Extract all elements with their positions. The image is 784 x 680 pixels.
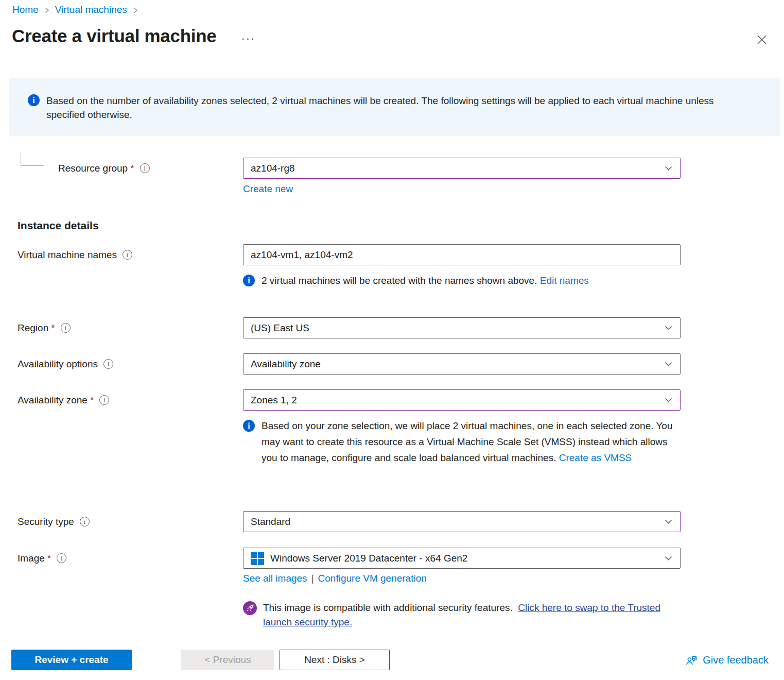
region-dropdown[interactable]: (US) East US <box>243 317 681 338</box>
region-row: Region * i (US) East US <box>18 317 772 338</box>
configure-vm-generation-link[interactable]: Configure VM generation <box>318 573 427 584</box>
availability-zone-label: Availability zone <box>18 395 88 406</box>
availability-zone-label-cell: Availability zone * i <box>18 389 243 411</box>
chevron-down-icon <box>664 324 673 332</box>
chevron-down-icon <box>664 517 673 526</box>
required-marker: * <box>51 322 55 334</box>
image-row: Image * i Windows Server 2019 Datacenter… <box>18 548 772 630</box>
info-icon[interactable]: i <box>57 553 66 563</box>
availability-zone-note: i Based on your zone selection, we will … <box>243 418 681 466</box>
info-icon[interactable]: i <box>140 163 150 173</box>
resource-group-label: Resource group <box>58 163 128 174</box>
info-glyph: i <box>144 164 146 173</box>
create-new-link[interactable]: Create new <box>243 183 293 195</box>
availability-zone-row: Availability zone * i Zones 1, 2 i Based… <box>18 389 772 466</box>
availability-options-row: Availability options i Availability zone <box>18 353 772 375</box>
resource-group-row: Resource group * i az104-rg8 Create new <box>18 158 772 195</box>
feedback-icon <box>686 655 698 667</box>
vm-names-note-text: 2 virtual machines will be created with … <box>262 274 589 287</box>
info-banner: i Based on the number of availability zo… <box>9 78 780 136</box>
availability-zone-value: Zones 1, 2 <box>251 395 658 406</box>
availability-options-label: Availability options <box>18 359 98 370</box>
info-icon[interactable]: i <box>103 359 113 369</box>
breadcrumb: Home Virtual machines <box>12 4 144 15</box>
rocket-icon <box>243 601 257 619</box>
info-glyph: i <box>61 554 63 563</box>
region-label-cell: Region * i <box>18 317 243 338</box>
info-glyph: i <box>108 360 110 368</box>
region-control-cell: (US) East US <box>243 317 681 338</box>
see-all-images-link[interactable]: See all images <box>243 573 307 584</box>
next-disks-button[interactable]: Next : Disks > <box>280 650 390 670</box>
security-type-label: Security type <box>18 516 74 528</box>
breadcrumb-virtual-machines[interactable]: Virtual machines <box>55 4 127 15</box>
info-glyph: i <box>127 251 129 259</box>
image-label-cell: Image * i <box>18 548 243 569</box>
availability-options-value: Availability zone <box>251 359 658 370</box>
image-security-note-text: This image is compatible with additional… <box>263 601 680 630</box>
chevron-down-icon <box>664 164 673 173</box>
security-type-value: Standard <box>251 516 658 528</box>
resource-group-dropdown[interactable]: az104-rg8 <box>243 158 681 179</box>
required-marker: * <box>90 395 94 406</box>
footer-bar: Review + create < Previous Next : Disks … <box>11 650 769 670</box>
link-separator: | <box>311 573 314 584</box>
chevron-down-icon <box>664 360 673 368</box>
give-feedback-link[interactable]: Give feedback <box>686 654 769 667</box>
security-type-row: Security type i Standard <box>18 511 772 532</box>
vm-names-label: Virtual machine names <box>18 249 117 261</box>
availability-zone-control-cell: Zones 1, 2 i Based on your zone selectio… <box>243 389 681 466</box>
info-icon[interactable]: i <box>61 323 71 333</box>
give-feedback-label: Give feedback <box>703 654 769 666</box>
image-links: See all images|Configure VM generation <box>243 573 681 584</box>
availability-zone-dropdown[interactable]: Zones 1, 2 <box>243 389 681 411</box>
security-type-dropdown[interactable]: Standard <box>243 511 681 532</box>
image-security-note: This image is compatible with additional… <box>243 601 681 630</box>
vm-names-control-cell: i 2 virtual machines will be created wit… <box>243 244 681 287</box>
chevron-down-icon <box>664 554 673 563</box>
security-type-label-cell: Security type i <box>18 511 243 532</box>
page-title: Create a virtual machine <box>12 26 216 46</box>
info-icon: i <box>243 420 255 432</box>
info-glyph: i <box>248 274 250 287</box>
vm-names-row: Virtual machine names i i 2 virtual mach… <box>18 244 772 287</box>
create-as-vmss-link[interactable]: Create as VMSS <box>559 452 632 463</box>
previous-button[interactable]: < Previous <box>181 650 274 670</box>
image-value: Windows Server 2019 Datacenter - x64 Gen… <box>270 553 658 564</box>
info-glyph: i <box>248 418 250 434</box>
vm-names-label-cell: Virtual machine names i <box>18 244 243 265</box>
info-icon[interactable]: i <box>80 517 90 526</box>
info-icon: i <box>243 275 255 286</box>
close-icon[interactable] <box>754 32 770 49</box>
review-create-button[interactable]: Review + create <box>11 650 132 670</box>
vm-names-input[interactable] <box>243 244 681 265</box>
required-marker: * <box>47 553 51 564</box>
windows-logo-icon <box>251 552 264 565</box>
region-value: (US) East US <box>251 322 658 334</box>
region-label: Region <box>18 322 48 334</box>
vm-names-note: i 2 virtual machines will be created wit… <box>243 274 681 287</box>
section-title-instance-details: Instance details <box>18 219 99 232</box>
resource-group-control-cell: az104-rg8 Create new <box>243 158 681 195</box>
more-menu-button[interactable]: ··· <box>241 36 255 41</box>
image-label: Image <box>18 553 45 564</box>
info-glyph: i <box>103 396 106 404</box>
create-vm-page: Home Virtual machines Create a virtual m… <box>0 0 784 680</box>
image-dropdown[interactable]: Windows Server 2019 Datacenter - x64 Gen… <box>243 548 681 569</box>
resource-group-value: az104-rg8 <box>251 163 658 174</box>
security-type-control-cell: Standard <box>243 511 681 532</box>
breadcrumb-home[interactable]: Home <box>12 4 39 15</box>
info-glyph: i <box>64 324 66 332</box>
edit-names-link[interactable]: Edit names <box>540 275 589 286</box>
chevron-down-icon <box>664 396 673 404</box>
availability-zone-note-text: Based on your zone selection, we will pl… <box>262 418 681 466</box>
info-icon: i <box>28 94 40 106</box>
info-glyph: i <box>32 96 34 105</box>
info-icon[interactable]: i <box>99 395 109 405</box>
chevron-right-icon <box>44 7 50 14</box>
image-control-cell: Windows Server 2019 Datacenter - x64 Gen… <box>243 548 681 630</box>
info-icon[interactable]: i <box>123 250 132 260</box>
availability-options-dropdown[interactable]: Availability zone <box>243 353 681 375</box>
chevron-right-icon <box>132 7 138 14</box>
resource-group-label-cell: Resource group * i <box>18 158 243 179</box>
